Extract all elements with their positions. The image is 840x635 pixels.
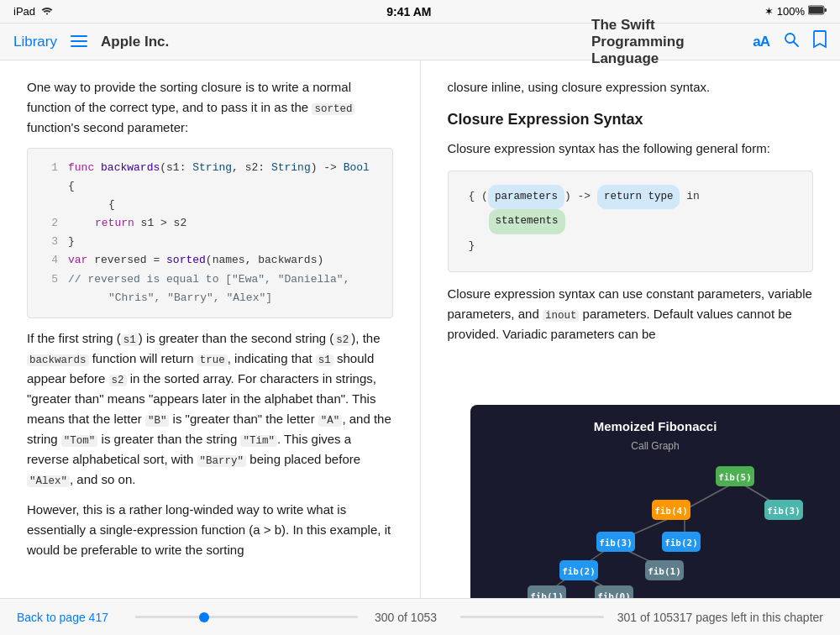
svg-rect-2 <box>809 7 823 13</box>
progress-fill <box>135 616 199 618</box>
code-line-1: 1 func backwards(s1: String, s2: String)… <box>41 159 379 196</box>
statements-pill: statements <box>489 209 565 234</box>
right-para1: Closure expression syntax can use consta… <box>448 284 814 344</box>
svg-text:fib(3): fib(3) <box>599 538 633 548</box>
progress-area[interactable] <box>135 616 358 618</box>
svg-line-7 <box>794 42 799 47</box>
Alex-code: "Alex" <box>27 475 70 487</box>
code-line-5: 5 // reversed is equal to ["Ewa", "Danie… <box>41 270 379 289</box>
true-code: true <box>197 354 228 366</box>
svg-text:fib(2): fib(2) <box>664 538 698 548</box>
left-para2: However, this is a rather long-winded wa… <box>27 500 393 560</box>
right-page-num: 301 of 1053 <box>617 611 680 624</box>
fib-subtitle: Call Graph <box>470 438 840 454</box>
parameters-pill: parameters <box>488 185 564 210</box>
font-size-icon[interactable]: aA <box>753 34 769 50</box>
code-line-4: 4 var reversed = sorted(names, backwards… <box>41 251 379 270</box>
page-right: closure inline, using closure expression… <box>421 60 841 598</box>
right-progress-fill <box>460 616 502 618</box>
library-link[interactable]: Library <box>13 34 57 50</box>
bookmark-icon[interactable] <box>813 30 827 53</box>
status-time: 9:41 AM <box>386 5 431 18</box>
code-line-2: 2 return s1 > s2 <box>41 214 379 233</box>
code-line-3: 3 } <box>41 233 379 251</box>
code-block: 1 func backwards(s1: String, s2: String)… <box>27 148 393 318</box>
code-line-5b: "Chris", "Barry", "Alex"] <box>41 289 379 307</box>
right-progress-area <box>460 616 604 618</box>
svg-text:fib(4): fib(4) <box>654 506 688 517</box>
svg-text:fib(0): fib(0) <box>597 591 631 598</box>
svg-text:fib(5): fib(5) <box>718 472 752 483</box>
Barry-code: "Barry" <box>197 455 247 467</box>
sorted-inline-code: sorted <box>312 103 354 115</box>
fib-overlay: Memoized Fibonacci Call Graph <box>470 405 840 598</box>
search-icon[interactable] <box>783 31 800 52</box>
section-heading: Closure Expression Syntax <box>448 108 814 132</box>
top-nav-right: The Swift Programming Language aA <box>591 17 827 67</box>
fib-title: Memoized Fibonacci <box>470 405 840 437</box>
closure-form: { (parameters) -> return type in stateme… <box>448 171 814 273</box>
s2-code-2: s2 <box>109 375 127 386</box>
backwards-code: backwards <box>27 354 89 366</box>
right-intro: closure inline, using closure expression… <box>448 77 814 97</box>
menu-icon[interactable] <box>71 32 87 51</box>
svg-text:fib(1): fib(1) <box>648 566 681 577</box>
progress-track[interactable] <box>135 616 358 618</box>
B-code: "B" <box>145 415 170 427</box>
Tim-code: "Tim" <box>240 435 277 447</box>
section-intro: Closure expression syntax has the follow… <box>448 139 814 159</box>
fib-graph: fib(5) fib(4) fib(3) fib(3) fib(2) <box>470 458 840 598</box>
svg-text:fib(1): fib(1) <box>530 591 564 598</box>
svg-text:fib(2): fib(2) <box>562 566 596 577</box>
top-nav-left: Library Apple Inc. <box>13 32 249 51</box>
return-type-pill: return type <box>597 185 680 210</box>
svg-rect-4 <box>71 40 87 42</box>
svg-rect-1 <box>824 8 827 12</box>
inout-code: inout <box>543 310 580 322</box>
right-page-title: The Swift Programming Language <box>591 17 739 67</box>
wifi-icon <box>40 5 54 18</box>
left-para1: If the first string (s1) is greater than… <box>27 328 393 490</box>
pages-left: 17 pages left in this chapter <box>680 611 823 624</box>
A-code: "A" <box>318 415 343 427</box>
main-content: One way to provide the sorting closure i… <box>0 60 840 598</box>
left-page-num: 300 of 1053 <box>375 611 437 624</box>
s1-code-2: s1 <box>316 354 333 366</box>
Tom-code: "Tom" <box>61 435 98 447</box>
s1-code-1: s1 <box>121 334 139 346</box>
svg-text:fib(3): fib(3) <box>767 506 801 517</box>
s2-code-1: s2 <box>333 334 351 346</box>
code-line-1b: { <box>41 196 379 214</box>
left-intro-para: One way to provide the sorting closure i… <box>27 77 393 138</box>
top-nav: Library Apple Inc. The Swift Programming… <box>0 24 840 60</box>
bottom-left: Back to page 417 300 of 1053 <box>17 611 437 624</box>
device-label: iPad <box>13 5 35 18</box>
back-to-page-link[interactable]: Back to page 417 <box>17 611 108 624</box>
page-left: One way to provide the sorting closure i… <box>0 60 421 598</box>
bottom-bar: Back to page 417 300 of 1053 301 of 1053… <box>0 598 840 635</box>
progress-thumb[interactable] <box>199 612 209 622</box>
bottom-right: 301 of 1053 17 pages left in this chapte… <box>437 611 823 624</box>
left-page-title: Apple Inc. <box>101 34 169 50</box>
right-progress-track <box>460 616 604 618</box>
svg-line-8 <box>685 485 731 510</box>
svg-rect-5 <box>71 45 87 47</box>
status-left: iPad <box>13 5 54 18</box>
svg-rect-3 <box>71 35 87 37</box>
